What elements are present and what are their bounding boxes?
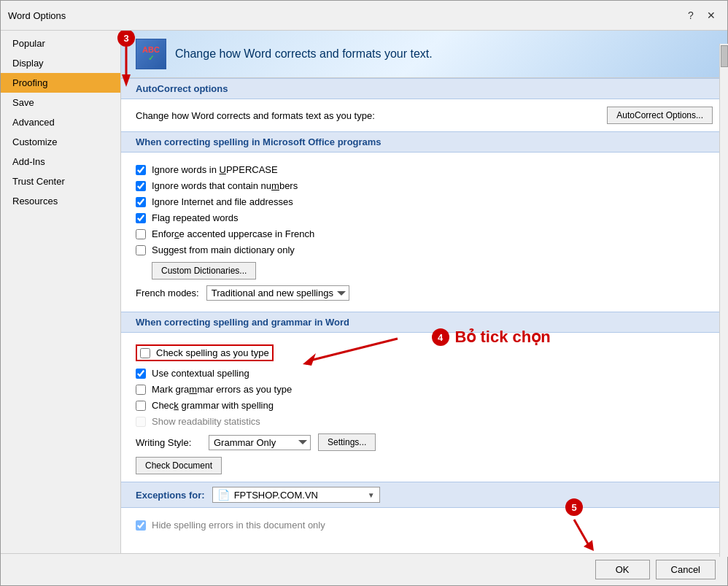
- title-bar-controls: ? ✕: [682, 7, 720, 24]
- ignore-internet-row: Ignore Internet and file addresses: [136, 196, 713, 208]
- french-modes-label: French modes:: [136, 288, 199, 298]
- close-button[interactable]: ✕: [702, 7, 720, 24]
- sidebar-item-proofing[interactable]: Proofing 3: [1, 73, 120, 93]
- autocorrect-description: Change how Word corrects and formats tex…: [136, 110, 375, 121]
- mark-grammar-checkbox[interactable]: [136, 385, 146, 395]
- badge-4: 4: [432, 328, 449, 346]
- svg-line-4: [574, 520, 589, 545]
- writing-style-label: Writing Style:: [136, 437, 201, 448]
- exceptions-dropdown-arrow: ▼: [368, 491, 375, 499]
- arrow-3-icon: [119, 47, 133, 87]
- main-content: ABC ✓ Change how Word corrects and forma…: [121, 31, 727, 553]
- ignore-internet-checkbox[interactable]: [136, 197, 146, 207]
- sidebar-item-customize[interactable]: Customize: [1, 132, 120, 152]
- exceptions-document-name: FPTSHOP.COM.VN: [234, 490, 318, 501]
- autocorrect-options-button[interactable]: AutoCorrect Options...: [607, 107, 713, 124]
- hide-spelling-row: Hide spelling errors in this document on…: [136, 519, 713, 531]
- sidebar-item-display[interactable]: Display: [1, 53, 120, 73]
- sidebar-item-resources[interactable]: Resources: [1, 191, 120, 211]
- spelling-office-section-header: When correcting spelling in Microsoft Of…: [121, 131, 727, 153]
- ok-button[interactable]: OK: [595, 560, 650, 579]
- custom-dictionaries-button[interactable]: Custom Dictionaries...: [152, 262, 256, 279]
- badge-5: 5: [565, 498, 583, 516]
- custom-dict-row: Custom Dictionaries...: [136, 262, 713, 279]
- spacer: [121, 542, 727, 553]
- enforce-french-checkbox[interactable]: [136, 229, 146, 239]
- scrollbar-track[interactable]: [719, 44, 728, 557]
- flag-repeated-checkbox[interactable]: [136, 213, 146, 223]
- cancel-button[interactable]: Cancel: [656, 560, 716, 579]
- exceptions-section-header: Exceptions for: 📄 FPTSHOP.COM.VN ▼: [121, 482, 727, 508]
- settings-button[interactable]: Settings...: [318, 433, 376, 451]
- ignore-uppercase-checkbox[interactable]: [136, 165, 146, 175]
- check-spelling-type-checkbox[interactable]: [140, 348, 150, 358]
- scrollbar-thumb[interactable]: [721, 45, 728, 67]
- header-title: Change how Word corrects and formats you…: [175, 47, 433, 61]
- ignore-numbers-checkbox[interactable]: [136, 181, 146, 191]
- abc-icon: ABC ✓: [136, 39, 166, 69]
- flag-repeated-label[interactable]: Flag repeated words: [152, 212, 239, 223]
- use-contextual-label[interactable]: Use contextual spelling: [152, 368, 249, 379]
- autocorrect-row: Change how Word corrects and formats tex…: [121, 99, 727, 131]
- svg-marker-5: [584, 540, 594, 551]
- autocorrect-section-header: AutoCorrect options: [121, 78, 727, 99]
- ignore-internet-label[interactable]: Ignore Internet and file addresses: [152, 196, 293, 207]
- exceptions-dropdown[interactable]: 📄 FPTSHOP.COM.VN ▼: [212, 487, 380, 503]
- hide-spelling-checkbox[interactable]: [136, 520, 146, 531]
- svg-line-2: [310, 339, 398, 361]
- spelling-office-content: Ignore words in UPPERCASE Ignore words t…: [121, 153, 727, 312]
- check-spelling-type-row: Check spelling as you type: [136, 344, 274, 361]
- spelling-word-content: Check spelling as you type 4 Bỏ tick chọ…: [121, 333, 727, 482]
- arrow-5-icon: [552, 516, 596, 552]
- exceptions-label: Exceptions for:: [136, 490, 205, 501]
- french-modes-row: French modes: Traditional and new spelli…: [136, 285, 713, 301]
- sidebar-item-advanced[interactable]: Advanced: [1, 112, 120, 132]
- ignore-uppercase-label[interactable]: Ignore words in UPPERCASE: [152, 164, 278, 175]
- annotation-4: 4 Bỏ tick chọn: [432, 328, 551, 347]
- annotation-5: 5: [552, 498, 596, 552]
- suggest-main-label[interactable]: Suggest from main dictionary only: [152, 244, 295, 255]
- dialog-body: Popular Display Proofing 3 Save: [1, 31, 727, 553]
- sidebar-item-popular[interactable]: Popular: [1, 34, 120, 53]
- hide-spelling-label[interactable]: Hide spelling errors in this document on…: [152, 520, 325, 531]
- annotation-3: 3: [117, 31, 135, 87]
- check-grammar-spelling-label[interactable]: Check grammar with spelling: [152, 400, 274, 411]
- dialog-title: Word Options: [8, 10, 66, 21]
- flag-repeated-row: Flag repeated words: [136, 212, 713, 224]
- writing-style-dropdown[interactable]: Grammar Only Grammar & Style: [209, 435, 311, 450]
- suggest-main-row: Suggest from main dictionary only: [136, 244, 713, 256]
- french-modes-dropdown[interactable]: Traditional and new spellings Traditiona…: [206, 285, 349, 301]
- enforce-french-label[interactable]: Enforce accented uppercase in French: [152, 228, 314, 239]
- exceptions-row: Exceptions for: 📄 FPTSHOP.COM.VN ▼: [136, 487, 713, 503]
- word-options-dialog: Word Options ? ✕ Popular Display Proofin…: [0, 0, 728, 586]
- show-readability-row: Show readability statistics: [136, 415, 713, 428]
- check-document-button[interactable]: Check Document: [136, 457, 222, 474]
- writing-style-row: Writing Style: Grammar Only Grammar & St…: [136, 433, 713, 451]
- badge-3: 3: [117, 31, 135, 47]
- help-button[interactable]: ?: [682, 7, 700, 24]
- use-contextual-checkbox[interactable]: [136, 369, 146, 379]
- sidebar-item-save[interactable]: Save: [1, 93, 120, 112]
- mark-grammar-label[interactable]: Mark grammar errors as you type: [152, 384, 292, 395]
- sidebar-item-add-ins[interactable]: Add-Ins: [1, 152, 120, 171]
- svg-marker-1: [122, 74, 131, 87]
- check-grammar-spelling-row: Check grammar with spelling: [136, 399, 713, 412]
- document-icon: 📄: [217, 489, 230, 501]
- check-spelling-highlighted-container: Check spelling as you type 4 Bỏ tick chọ…: [136, 342, 274, 363]
- header-banner: ABC ✓ Change how Word corrects and forma…: [121, 31, 727, 78]
- check-grammar-spelling-checkbox[interactable]: [136, 401, 146, 411]
- sidebar: Popular Display Proofing 3 Save: [1, 31, 121, 553]
- exceptions-content: Hide spelling errors in this document on…: [121, 508, 727, 542]
- check-spelling-type-label[interactable]: Check spelling as you type: [156, 347, 269, 358]
- suggest-main-checkbox[interactable]: [136, 245, 146, 255]
- ignore-uppercase-row: Ignore words in UPPERCASE: [136, 163, 713, 176]
- show-readability-checkbox: [136, 417, 146, 427]
- ignore-numbers-row: Ignore words that contain numbers: [136, 180, 713, 192]
- sidebar-item-trust-center[interactable]: Trust Center: [1, 171, 120, 191]
- ignore-numbers-label[interactable]: Ignore words that contain numbers: [152, 180, 298, 191]
- mark-grammar-row: Mark grammar errors as you type: [136, 383, 713, 396]
- check-doc-row: Check Document: [136, 457, 713, 474]
- spelling-word-section-header: When correcting spelling and grammar in …: [121, 312, 727, 333]
- use-contextual-row: Use contextual spelling: [136, 367, 713, 379]
- title-bar: Word Options ? ✕: [1, 1, 727, 31]
